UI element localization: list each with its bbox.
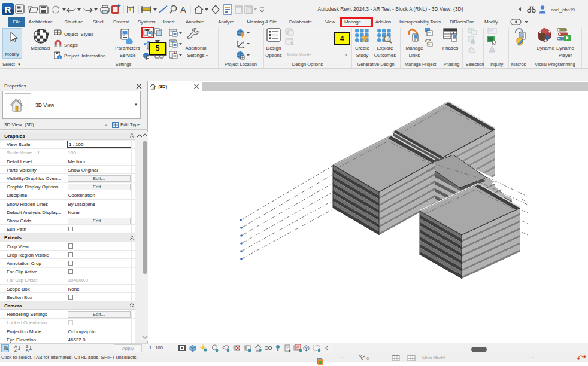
svg-text:R: R: [5, 4, 11, 14]
svg-text:0: 0: [366, 356, 369, 361]
svg-text:i: i: [59, 56, 60, 59]
svg-text:A: A: [26, 348, 29, 352]
svg-text:A: A: [180, 5, 186, 14]
svg-text:Z: Z: [14, 348, 17, 352]
